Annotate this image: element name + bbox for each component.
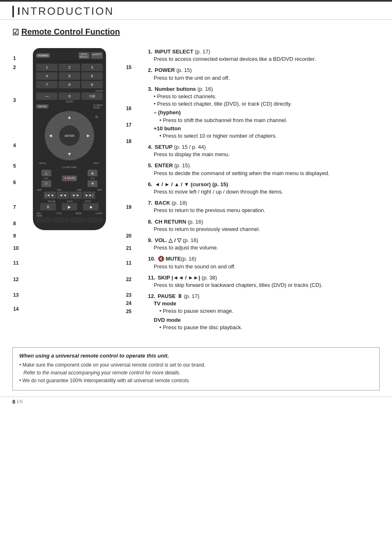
section-title: ☑ Remote Control Function: [12, 27, 380, 37]
callout-3: 3: [13, 97, 16, 103]
desc-item-4: 4. SETUP (p. 15 / p. 44) Press to displa…: [148, 143, 380, 158]
title-label: TITLE: [56, 212, 62, 217]
rev-label: REV: [57, 189, 61, 191]
desc-item-10: 10. 🔇 MUTE(p. 16) Press to turn the soun…: [148, 255, 380, 270]
mute-button[interactable]: 🔇MUTE: [62, 175, 77, 181]
callout-25: 25: [126, 309, 131, 314]
num-btn-8[interactable]: 8: [59, 81, 80, 88]
title-bold: NTRODUCTION: [21, 5, 114, 17]
desc-item-11: 11. SKIP |◄◄ / ►►| (p. 38) Press to skip…: [148, 274, 380, 289]
callout-2: 2: [13, 65, 16, 70]
audio-label: AUDIO: [36, 90, 103, 92]
eject-button[interactable]: ▲EJECT: [91, 52, 103, 59]
callout-12: 12: [13, 277, 18, 282]
num-btn-4[interactable]: 4: [36, 72, 58, 80]
section-checkbox: ☑: [12, 28, 19, 37]
page-lang: EN: [17, 399, 23, 404]
two-column-layout: POWER INPUT SELECT ▲EJECT: [12, 44, 380, 335]
pause-label: PAUSE: [48, 200, 55, 203]
remote-diagram-col: POWER INPUT SELECT ▲EJECT: [12, 44, 136, 335]
page-title: INTRODUCTION: [17, 5, 114, 18]
note-title: When using a universal remote control to…: [19, 353, 373, 359]
plus10-button[interactable]: +10: [81, 92, 103, 100]
info-label: INFO: [94, 162, 99, 164]
callout-1: 1: [13, 55, 16, 61]
mode-label: MODE: [76, 212, 82, 217]
callout-22: 22: [126, 277, 131, 282]
back-label: BACK: [39, 162, 46, 164]
num-btn-0[interactable]: 0: [59, 92, 80, 100]
note-body: • Make sure the component code on your u…: [19, 361, 373, 385]
pause-button[interactable]: ⏸: [40, 203, 56, 210]
desc-item-9: 9. VOL. △ / ▽ (p. 16) Press to adjust th…: [148, 237, 380, 252]
main-content: ☑ Remote Control Function POWER INPUT: [0, 20, 392, 339]
section-title-text: Remote Control Function: [21, 27, 120, 37]
callout-23: 23: [126, 292, 131, 298]
desc-item-2: 2. POWER (p. 15) Press to turn the unit …: [148, 67, 380, 81]
fast-forward-button[interactable]: ►►: [70, 192, 82, 199]
clear-label: CLEAR: [95, 212, 102, 217]
hyphen-button[interactable]: —: [36, 92, 58, 100]
page-header: INTRODUCTION: [0, 0, 392, 20]
input-select-button[interactable]: INPUT SELECT: [78, 52, 90, 59]
play-button[interactable]: ▶: [62, 203, 77, 210]
num-btn-9[interactable]: 9: [81, 81, 103, 88]
callout-9: 9: [13, 233, 16, 239]
desc-item-6: 6. ◄ / ► / ▲ / ▼ (cursor) (p. 15) Press …: [148, 181, 380, 196]
stop-button[interactable]: ■: [83, 203, 99, 210]
callout-20: 20: [126, 233, 131, 239]
play-label: PLAY: [67, 200, 73, 203]
callout-10: 10: [13, 245, 18, 251]
description-list: 1. INPUT SELECT (p. 17) Press to access …: [148, 48, 380, 331]
power-button[interactable]: POWER: [36, 53, 50, 58]
desc-item-12: 12. PAUSE ⏸ (p. 17) TV mode Press to pau…: [148, 293, 380, 331]
num-btn-7[interactable]: 7: [36, 81, 58, 88]
descriptions-col: 1. INPUT SELECT (p. 17) Press to access …: [148, 44, 380, 335]
num-btn-5[interactable]: 5: [59, 72, 80, 80]
left-arrow[interactable]: ◄: [48, 133, 53, 138]
up-arrow[interactable]: ▲: [67, 114, 72, 120]
bottom-btn-1[interactable]: [36, 217, 52, 222]
rewind-button[interactable]: ◄◄: [57, 192, 69, 199]
ch-up-button[interactable]: ▲: [88, 170, 97, 176]
fwd-label: FWD: [77, 189, 81, 191]
callout-24: 24: [126, 300, 131, 306]
vol-up-button[interactable]: △: [42, 170, 51, 176]
callout-7: 7: [13, 204, 16, 210]
num-btn-1[interactable]: 1: [36, 64, 58, 71]
skip-forward-button[interactable]: ►►|: [83, 192, 95, 199]
header-bar: [12, 6, 14, 17]
skip-right-label: SKIP: [97, 189, 102, 191]
desc-item-7: 7. BACK (p. 18) Press to return to the p…: [148, 199, 380, 214]
down-arrow[interactable]: ▼: [67, 151, 72, 157]
dpad-icon: ⊟: [95, 115, 98, 119]
setup-button[interactable]: SETUP: [36, 104, 48, 108]
ch-label: CH: [91, 177, 95, 180]
vol-label: VOL.: [44, 177, 49, 180]
page-number: 8: [12, 399, 15, 405]
note-box: When using a universal remote control to…: [12, 347, 380, 390]
vol-down-button[interactable]: ▽: [42, 180, 51, 187]
num-btn-6[interactable]: 6: [81, 72, 103, 80]
skip-left-label: SKIP: [37, 189, 42, 191]
ch-return-label: CH RETURN: [36, 166, 103, 169]
callout-5: 5: [13, 163, 16, 169]
callout-11-right: 11: [126, 260, 131, 266]
num-btn-2[interactable]: 2: [59, 64, 80, 71]
num-btn-3[interactable]: 3: [81, 64, 103, 71]
right-arrow[interactable]: ►: [86, 133, 91, 138]
callout-6: 6: [13, 180, 16, 185]
sleep-label: SLEEP: [36, 100, 103, 103]
title-light: I: [17, 5, 21, 17]
ch-down-button[interactable]: ▼: [88, 180, 97, 187]
screen-mode-label: SCREENMODE: [93, 104, 103, 109]
bottom-btn-3[interactable]: [70, 217, 86, 222]
bottom-btn-2[interactable]: [53, 217, 69, 222]
callout-21: 21: [126, 245, 131, 251]
callout-8: 8: [13, 221, 16, 226]
skip-back-button[interactable]: |◄◄: [44, 192, 56, 199]
desc-item-3: 3. Number buttons (p. 16) Press to selec…: [148, 85, 380, 140]
desc-item-1: 1. INPUT SELECT (p. 17) Press to access …: [148, 48, 380, 63]
callout-13: 13: [13, 292, 18, 298]
bottom-btn-4[interactable]: [87, 217, 103, 222]
